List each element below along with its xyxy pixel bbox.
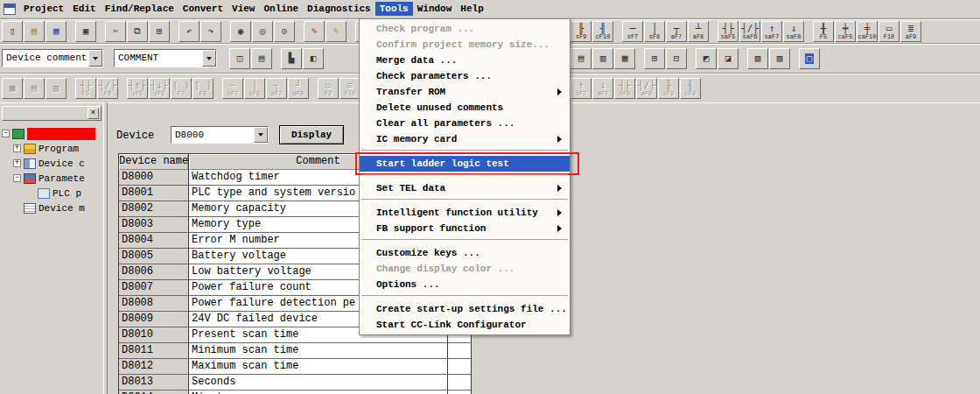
menuitem-create-startup-settings-file[interactable]: Create start-up settings file ... [360, 301, 570, 317]
menuitem-ic-memory-card[interactable]: IC memory card [360, 131, 570, 147]
coil-icon[interactable]: ▭ F10 [878, 21, 900, 42]
rising-pulse-icon[interactable]: ↑ saF7 [761, 21, 782, 42]
comment-cell[interactable]: Minimum scan time [189, 343, 448, 359]
menuitem-check-program[interactable]: Check program ... [360, 21, 570, 37]
grid-tool-icon[interactable]: ▦ [2, 78, 23, 99]
menuitem-fb-support-function[interactable]: FB support function [360, 221, 570, 236]
undo-icon[interactable]: ↶ [178, 21, 200, 42]
tree-item-device-comment[interactable]: + Device c [0, 156, 103, 171]
save-project-icon[interactable]: ▦ [46, 21, 66, 42]
end-key-icon[interactable]: ≡ F10 [340, 78, 360, 99]
macro-display-icon[interactable]: ⊟ [666, 48, 687, 69]
instruction-icon[interactable]: ≣ aF9 [900, 21, 921, 42]
menuitem-transfer-rom[interactable]: Transfer ROM [360, 84, 570, 100]
menu-item[interactable] [360, 295, 570, 301]
new-project-icon[interactable]: ▯ [2, 21, 23, 42]
delete-vline-key-icon[interactable]: ┘ aF8 [288, 78, 309, 99]
tree-root-item[interactable]: - [0, 126, 103, 141]
menuitem-start-cc-link-configurator[interactable]: Start CC-Link Configurator [360, 317, 570, 333]
close-icon[interactable]: × [88, 108, 99, 119]
open-branch-key-icon[interactable]: ┤↑├ sF5 [127, 78, 148, 99]
menu-edit[interactable]: Edit [68, 2, 100, 16]
menu-item[interactable] [360, 239, 570, 245]
app-window-icon[interactable] [4, 4, 16, 15]
menu-view[interactable]: View [228, 2, 259, 16]
device-combo[interactable]: D8000 [171, 126, 269, 144]
chevron-down-icon[interactable] [254, 127, 268, 143]
menuitem-start-ladder-logic-test[interactable]: Start ladder logic test [360, 156, 570, 172]
rung-key-icon[interactable]: ▭ F9 [318, 78, 339, 99]
paste-icon[interactable]: ⊞ [149, 21, 170, 42]
find-next-icon[interactable]: ◎ [252, 21, 273, 42]
coil-key-icon[interactable]: ( ) F7 [171, 78, 192, 99]
device-test-icon[interactable]: ◩ [696, 48, 717, 69]
open-contact-key-icon[interactable]: ┤├ F5 [75, 78, 96, 99]
contact-icon[interactable]: ╂ F5 [813, 21, 834, 42]
comment-cell[interactable]: Minutes [189, 390, 448, 394]
menuitem-set-tel-data[interactable]: Set TEL data [360, 180, 570, 196]
sampling-trace-icon[interactable]: ▧ [747, 48, 768, 69]
vertical-line-icon[interactable]: │ sF8 [644, 21, 665, 42]
find-comment-icon[interactable]: ◫ [229, 48, 250, 69]
tree-item-parameter[interactable]: - Paramete [0, 171, 103, 186]
open-project-icon[interactable]: ▤ [24, 21, 45, 42]
note-display-icon[interactable]: ▦ [614, 48, 635, 69]
redo-icon[interactable]: ↷ [200, 21, 221, 42]
menuitem-options[interactable]: Options ... [360, 277, 570, 292]
horizontal-line-icon[interactable]: ─ sF7 [622, 21, 643, 42]
display-button[interactable]: Display [279, 125, 344, 144]
close-branch-icon[interactable]: ╢ cF10 [592, 21, 613, 42]
tree-item-device-memory[interactable]: Device m [0, 201, 103, 215]
menuitem-confirm-project-memory-size[interactable]: Confirm project memory size... [360, 37, 570, 53]
menu-item[interactable] [360, 150, 570, 156]
menuitem-check-parameters[interactable]: Check parameters ... [360, 68, 570, 84]
chevron-down-icon[interactable] [88, 50, 102, 67]
delete-vline-icon[interactable]: ┴ aF8 [688, 21, 709, 42]
closed-branch-key-icon[interactable]: ┤↓├ sF6 [149, 78, 170, 99]
invert-result-icon[interactable]: ╪ caF10 [857, 21, 878, 42]
write-mode-icon[interactable]: ✎ [304, 21, 325, 42]
print-icon[interactable]: ▣ [75, 21, 96, 42]
menu-help[interactable]: Help [456, 2, 487, 16]
ladder-view-icon[interactable]: ▙ [281, 48, 302, 69]
list-tool-icon[interactable]: ▥ [46, 78, 66, 99]
menu-item[interactable] [360, 199, 570, 205]
menu-diagnostics[interactable]: Diagnostics [303, 2, 375, 16]
menuitem-delete-unused-comments[interactable]: Delete unused comments [360, 100, 570, 116]
fall-key-icon[interactable]: ↓ aF7 [592, 78, 613, 99]
hline-key-icon[interactable]: ─ sF7 [222, 78, 243, 99]
open-branch-icon[interactable]: ╟ sF9 [570, 21, 592, 42]
find-icon[interactable]: ◉ [230, 21, 251, 42]
pulse-key-icon[interactable]: ┤├ sF8 [614, 78, 635, 99]
menu-find-replace[interactable]: Find/Replace [101, 2, 178, 16]
merge-key-icon[interactable]: ╢ cF9 [680, 78, 701, 99]
tree-expander-icon[interactable]: + [13, 159, 21, 167]
alias-display-icon[interactable]: ⊞ [644, 48, 665, 69]
branch-key-icon[interactable]: ╟ sF9 [658, 78, 679, 99]
tree-item-plc-parameter[interactable]: PLC p [0, 186, 103, 201]
parallel-contact-icon[interactable]: ┿ caF5 [835, 21, 856, 42]
device-comment-display-icon[interactable]: ▤ [570, 48, 592, 69]
menu-project[interactable]: Project [19, 2, 68, 16]
menuitem-clear-all-parameters[interactable]: Clear all parameters ... [360, 116, 570, 131]
menuitem-merge-data[interactable]: Merge data ... [360, 53, 570, 68]
delete-hline-key-icon[interactable]: ┐ aF7 [266, 78, 287, 99]
read-mode-icon[interactable]: ✎ [326, 21, 346, 42]
menu-convert[interactable]: Convert [178, 2, 228, 16]
comment-cell[interactable]: Seconds [189, 375, 448, 390]
chevron-down-icon[interactable] [202, 50, 216, 67]
tree-expander-icon[interactable]: + [13, 144, 21, 152]
instruction-key-icon[interactable]: [ ] F8 [192, 78, 214, 99]
project-tree-panel-header[interactable]: × [2, 106, 102, 121]
menu-tools[interactable]: Tools [375, 2, 413, 16]
vline-key-icon[interactable]: │ sF8 [244, 78, 265, 99]
falling-pulse-icon[interactable]: ↓ saF8 [783, 21, 804, 42]
copy-icon[interactable]: ⧉ [127, 21, 148, 42]
tree-expander-icon[interactable] [27, 189, 35, 197]
rise-key-icon[interactable]: ↑ sF7 [570, 78, 592, 99]
menuitem-customize-keys[interactable]: Customize keys ... [360, 245, 570, 261]
tile-windows-icon[interactable]: ◧ [303, 48, 324, 69]
device-batch-icon[interactable]: ◪ [718, 48, 738, 69]
tree-expander-icon[interactable]: - [2, 130, 10, 137]
replace-icon[interactable]: ⊙ [274, 21, 295, 42]
